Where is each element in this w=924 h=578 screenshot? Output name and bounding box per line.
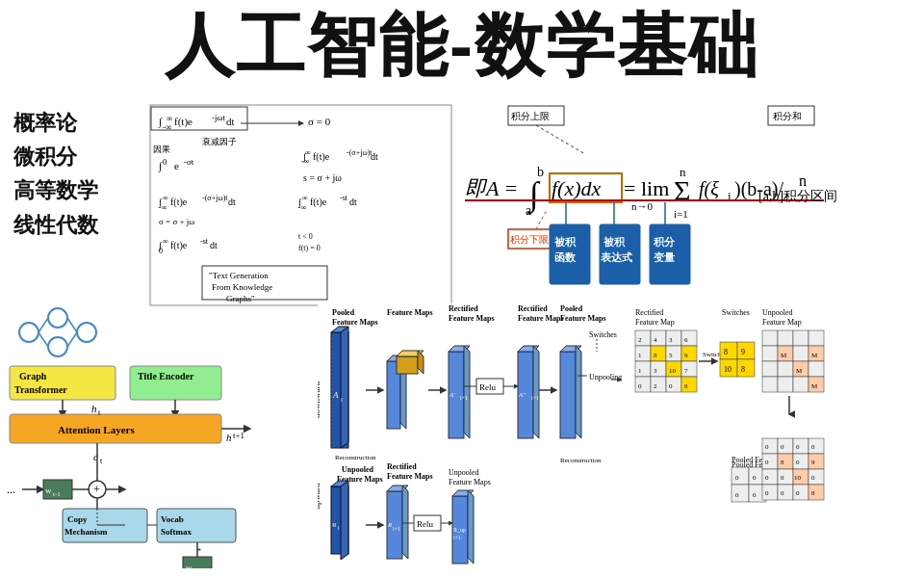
svg-text:dt: dt (226, 116, 235, 127)
svg-rect-275 (762, 377, 778, 392)
svg-text:upward: upward (318, 483, 321, 509)
subjects-list: 概率论 微积分 高等数学 线性代数 (13, 106, 98, 242)
svg-text:2: 2 (654, 382, 657, 390)
svg-text:Feature Map: Feature Map (762, 318, 802, 327)
svg-text:f(t) = 0: f(t) = 0 (298, 244, 321, 252)
svg-text:6: 6 (684, 336, 688, 344)
subject-probability: 概率论 (13, 106, 98, 140)
svg-text:dt: dt (210, 240, 218, 250)
svg-text:Rectified: Rectified (635, 308, 663, 317)
svg-text:积分: 积分 (653, 236, 676, 248)
svg-text:Pooled: Pooled (332, 308, 355, 317)
svg-text:5: 5 (669, 352, 673, 359)
svg-marker-143 (341, 327, 348, 448)
svg-text:w: w (186, 563, 192, 568)
integral-formula: 积分上限 积分和 即A = ∫ b a f(x)dx = lim n→0 Σ n… (460, 104, 920, 306)
svg-text:A': A' (449, 391, 455, 399)
svg-rect-284 (732, 467, 749, 485)
svg-text:l+1: l+1 (460, 395, 468, 401)
svg-text:-∞: -∞ (159, 203, 167, 212)
svg-text:dt: dt (349, 197, 357, 207)
svg-text:n: n (799, 172, 807, 189)
svg-text:M: M (796, 367, 803, 375)
svg-text:dt: dt (371, 151, 378, 162)
svg-point-51 (77, 323, 96, 342)
svg-rect-264 (762, 346, 778, 361)
svg-text:8: 8 (654, 352, 657, 359)
svg-text:σ = σ + jω: σ = σ + jω (159, 217, 194, 226)
svg-text:R_up: R_up (453, 527, 466, 533)
svg-text:0: 0 (781, 474, 784, 482)
svg-text:∞: ∞ (163, 237, 168, 246)
svg-text:7: 7 (684, 367, 688, 375)
svg-text:R: R (332, 521, 337, 529)
svg-text:3: 3 (669, 336, 673, 344)
svg-text:Unpooled: Unpooled (762, 308, 793, 317)
svg-text:10: 10 (794, 474, 802, 482)
svg-marker-191 (341, 481, 348, 560)
svg-text:衰减因子: 衰减因子 (202, 137, 237, 146)
title-section: 人工智能-数学基础 (0, 0, 924, 88)
svg-text:t+1: t+1 (233, 431, 244, 440)
svg-point-48 (19, 323, 38, 342)
subject-advanced-math: 高等数学 (13, 173, 98, 207)
svg-text:∞: ∞ (305, 148, 311, 157)
svg-text:0: 0 (765, 443, 769, 451)
svg-text:Vocab: Vocab (161, 514, 184, 524)
svg-rect-178 (560, 352, 576, 438)
svg-text:t < 0: t < 0 (298, 232, 313, 241)
svg-rect-274 (808, 361, 824, 377)
svg-text:A: A (332, 390, 339, 400)
svg-text:h: h (226, 432, 232, 443)
svg-text:Feature Map: Feature Map (635, 318, 675, 327)
fourier-diagram: ∫ ∞ -∞ f(t)e -jωt dt σ = 0 因果 衰减因子 ∫ 0 e… (149, 104, 452, 306)
svg-marker-160 (464, 346, 470, 438)
svg-text:9: 9 (741, 348, 745, 356)
svg-text:-∞: -∞ (301, 157, 310, 166)
svg-point-49 (48, 308, 67, 328)
main-container: 人工智能-数学基础 概率论 微积分 高等数学 线性代数 ∫ ∞ -∞ f(t)e… (0, 0, 924, 578)
svg-text:8: 8 (724, 348, 728, 356)
svg-text:From Knowledge: From Knowledge (212, 282, 272, 292)
svg-text:e: e (174, 160, 179, 171)
svg-marker-211 (468, 490, 474, 564)
svg-text:0: 0 (753, 474, 757, 482)
svg-line-55 (67, 332, 77, 347)
svg-point-50 (48, 337, 67, 356)
svg-text:dt: dt (228, 197, 236, 207)
svg-rect-257 (737, 359, 755, 377)
svg-text:l+1: l+1 (453, 535, 461, 540)
svg-text:0: 0 (638, 382, 642, 390)
svg-text:f(t)e: f(t)e (313, 151, 330, 163)
svg-text:t-1: t-1 (53, 490, 61, 498)
svg-text:f(t)e: f(t)e (174, 116, 192, 128)
svg-text:0: 0 (796, 443, 800, 451)
svg-text:0: 0 (753, 491, 757, 499)
svg-text:-st: -st (340, 194, 348, 202)
svg-text:downward: downward (318, 381, 321, 418)
svg-text:Copy: Copy (67, 514, 88, 524)
svg-text:-jωt: -jωt (212, 113, 225, 122)
svg-text:-st: -st (200, 237, 209, 246)
svg-text:Mechanism: Mechanism (64, 527, 108, 537)
svg-text:表达式: 表达式 (601, 251, 633, 263)
svg-text:*: * (197, 547, 201, 556)
svg-text:被积: 被积 (603, 236, 626, 248)
svg-rect-251 (720, 342, 737, 359)
svg-text:Title Encoder: Title Encoder (138, 371, 194, 381)
svg-text:0: 0 (765, 489, 769, 497)
svg-text:积分上限: 积分上限 (511, 111, 550, 121)
svg-text:-(σ+jω)t: -(σ+jω)t (202, 194, 228, 202)
svg-text:f(x)dx: f(x)dx (552, 176, 602, 200)
svg-text:0: 0 (796, 459, 800, 466)
svg-text:-∞: -∞ (298, 203, 307, 212)
svg-text:M: M (811, 352, 818, 359)
svg-text:0: 0 (159, 247, 163, 255)
svg-text:a: a (526, 203, 532, 218)
svg-line-121 (536, 210, 547, 229)
svg-text:= lim: = lim (624, 176, 669, 200)
svg-text:0: 0 (781, 489, 784, 497)
svg-rect-263 (808, 330, 824, 346)
svg-text:Unpooled: Unpooled (342, 465, 373, 474)
svg-rect-288 (732, 485, 749, 502)
